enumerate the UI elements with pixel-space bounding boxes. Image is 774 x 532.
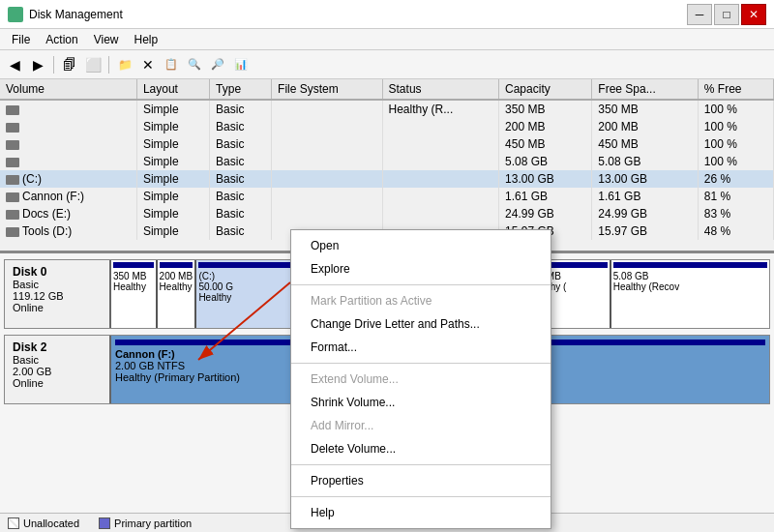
disk-0-info: Disk 0 Basic 119.12 GB Online bbox=[5, 260, 111, 328]
maximize-button[interactable]: □ bbox=[714, 4, 739, 25]
chart-button[interactable]: 📊 bbox=[230, 54, 252, 75]
cell-fs bbox=[272, 188, 382, 205]
cell-capacity: 13.00 GB bbox=[499, 170, 592, 188]
toolbar-separator-1 bbox=[53, 56, 54, 74]
col-status: Status bbox=[382, 79, 499, 100]
col-layout: Layout bbox=[136, 79, 209, 100]
window-controls: ─ □ ✕ bbox=[687, 4, 766, 25]
zoom-button[interactable]: 🔎 bbox=[207, 54, 228, 75]
table-row[interactable]: Cannon (F:) Simple Basic 1.61 GB 1.61 GB… bbox=[0, 188, 774, 205]
ctx-help[interactable]: Help bbox=[291, 501, 551, 524]
cell-free: 200 MB bbox=[592, 118, 698, 135]
back-button[interactable]: ◀ bbox=[4, 54, 25, 75]
col-free: Free Spa... bbox=[592, 79, 698, 100]
cell-layout: Simple bbox=[136, 205, 209, 222]
cell-pct: 100 % bbox=[698, 100, 773, 118]
cell-fs bbox=[272, 153, 382, 170]
cell-pct: 81 % bbox=[698, 188, 773, 205]
cell-volume bbox=[0, 118, 136, 135]
disk-0-part-5[interactable]: 5.08 GB Healthy (Recov bbox=[611, 260, 769, 328]
disk-0-name: Disk 0 bbox=[13, 265, 102, 279]
disk-2-info: Disk 2 Basic 2.00 GB Online bbox=[5, 336, 111, 403]
cell-capacity: 350 MB bbox=[499, 100, 592, 118]
ctx-mark-active: Mark Partition as Active bbox=[291, 289, 551, 312]
col-capacity: Capacity bbox=[499, 79, 592, 100]
ctx-properties[interactable]: Properties bbox=[291, 469, 551, 492]
menu-view[interactable]: View bbox=[86, 31, 127, 48]
disk-0-type: Basic bbox=[13, 279, 102, 290]
cell-free: 450 MB bbox=[592, 135, 698, 153]
cell-volume bbox=[0, 135, 136, 153]
cell-free: 24.99 GB bbox=[592, 205, 698, 222]
menu-action[interactable]: Action bbox=[38, 31, 85, 48]
cell-fs bbox=[272, 205, 382, 222]
close-button[interactable]: ✕ bbox=[741, 4, 766, 25]
ctx-shrink[interactable]: Shrink Volume... bbox=[291, 391, 551, 414]
app-icon bbox=[8, 7, 23, 22]
help2-button[interactable]: 🔍 bbox=[184, 54, 205, 75]
cell-status bbox=[382, 170, 499, 188]
cell-status bbox=[382, 205, 499, 222]
menu-help[interactable]: Help bbox=[127, 31, 166, 48]
delete-button[interactable]: ✕ bbox=[137, 54, 159, 75]
cell-free: 5.08 GB bbox=[592, 153, 698, 170]
forward-button[interactable]: ▶ bbox=[27, 54, 48, 75]
table-row[interactable]: (C:) Simple Basic 13.00 GB 13.00 GB 26 % bbox=[0, 170, 774, 188]
ctx-delete-volume[interactable]: Delete Volume... bbox=[291, 437, 551, 460]
disk-2-type: Basic bbox=[13, 354, 102, 366]
cell-layout: Simple bbox=[136, 222, 209, 240]
view-button[interactable]: ⬜ bbox=[82, 54, 104, 75]
cell-capacity: 200 MB bbox=[499, 118, 592, 135]
menu-file[interactable]: File bbox=[4, 31, 38, 48]
cell-pct: 100 % bbox=[698, 118, 773, 135]
cell-layout: Simple bbox=[136, 100, 209, 118]
cell-pct: 100 % bbox=[698, 153, 773, 170]
cell-volume: Docs (E:) bbox=[0, 205, 136, 222]
cell-fs bbox=[272, 100, 382, 118]
ctx-add-mirror: Add Mirror... bbox=[291, 414, 551, 437]
cell-capacity: 1.61 GB bbox=[499, 188, 592, 205]
table-row[interactable]: Simple Basic 450 MB 450 MB 100 % bbox=[0, 135, 774, 153]
table-row[interactable]: Simple Basic 200 MB 200 MB 100 % bbox=[0, 118, 774, 135]
volumes-table-section: Volume Layout Type File System Status Ca… bbox=[0, 79, 774, 253]
cell-volume: Tools (D:) bbox=[0, 222, 136, 240]
ctx-format[interactable]: Format... bbox=[291, 336, 551, 359]
minimize-button[interactable]: ─ bbox=[687, 4, 712, 25]
cell-volume: (C:) bbox=[0, 170, 136, 188]
new-button[interactable]: 📁 bbox=[114, 54, 135, 75]
cell-free: 1.61 GB bbox=[592, 188, 698, 205]
cell-status bbox=[382, 153, 499, 170]
ctx-explore[interactable]: Explore bbox=[291, 257, 551, 281]
ctx-open[interactable]: Open bbox=[291, 234, 551, 257]
table-row[interactable]: Simple Basic 5.08 GB 5.08 GB 100 % bbox=[0, 153, 774, 170]
col-type: Type bbox=[210, 79, 272, 100]
disk-0-part-2[interactable]: 200 MB Healthy bbox=[158, 260, 197, 328]
cell-type: Basic bbox=[210, 222, 272, 240]
table-row[interactable]: Docs (E:) Simple Basic 24.99 GB 24.99 GB… bbox=[0, 205, 774, 222]
ctx-sep-3 bbox=[291, 464, 551, 465]
cell-capacity: 5.08 GB bbox=[499, 153, 592, 170]
ctx-sep-4 bbox=[291, 496, 551, 497]
refresh-button[interactable]: 📋 bbox=[161, 54, 182, 75]
disk-0-status: Online bbox=[13, 302, 102, 313]
cell-fs bbox=[272, 135, 382, 153]
disk-0-part-1[interactable]: 350 MB Healthy bbox=[111, 260, 158, 328]
title-bar: Disk Management ─ □ ✕ bbox=[0, 0, 774, 29]
legend-primary-box bbox=[99, 517, 110, 529]
legend-unalloc-label: Unallocated bbox=[23, 517, 79, 529]
cell-status: Healthy (R... bbox=[382, 100, 499, 118]
ctx-change-drive[interactable]: Change Drive Letter and Paths... bbox=[291, 312, 551, 336]
properties-button[interactable]: 🗐 bbox=[59, 54, 80, 75]
main-content: Volume Layout Type File System Status Ca… bbox=[0, 79, 774, 513]
cell-capacity: 24.99 GB bbox=[499, 205, 592, 222]
table-row[interactable]: Simple Basic Healthy (R... 350 MB 350 MB… bbox=[0, 100, 774, 118]
window-title: Disk Management bbox=[29, 8, 123, 21]
ctx-sep-1 bbox=[291, 284, 551, 285]
cell-pct: 48 % bbox=[698, 222, 773, 240]
cell-free: 15.97 GB bbox=[592, 222, 698, 240]
disk-2-status: Online bbox=[13, 377, 102, 389]
cell-layout: Simple bbox=[136, 135, 209, 153]
cell-status bbox=[382, 135, 499, 153]
legend-unallocated: Unallocated bbox=[8, 517, 79, 529]
cell-volume: Cannon (F:) bbox=[0, 188, 136, 205]
